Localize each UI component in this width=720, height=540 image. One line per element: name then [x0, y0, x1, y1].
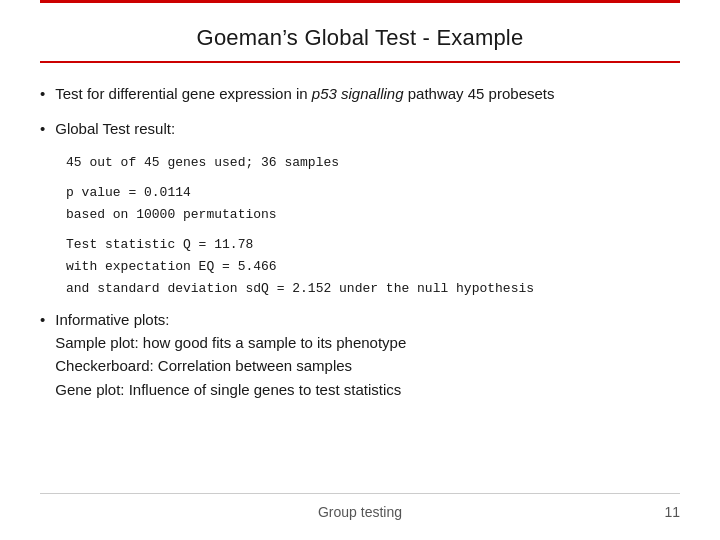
bullet3-header: Informative plots: — [55, 309, 406, 332]
bullet-icon-3: • — [40, 311, 45, 328]
code-line-7: with expectation EQ = 5.466 — [66, 256, 680, 278]
top-line — [40, 0, 680, 3]
bullet2-label: Global Test result: — [55, 118, 175, 141]
bullet1-italic: p53 signalling — [312, 85, 404, 102]
bullet3-line3: Gene plot: Influence of single genes to … — [55, 378, 406, 401]
bullet1-prefix: Test for differential gene expression in — [55, 85, 312, 102]
slide: Goeman’s Global Test - Example • Test fo… — [0, 0, 720, 540]
code-spacer-2 — [66, 226, 680, 234]
footer-page: 11 — [664, 504, 680, 520]
bullet-item-1: • Test for differential gene expression … — [40, 83, 680, 106]
slide-title: Goeman’s Global Test - Example — [197, 25, 524, 50]
bullet1-suffix: pathway 45 probesets — [404, 85, 555, 102]
bullet-icon-1: • — [40, 85, 45, 102]
bullet3-line1: Sample plot: how good fits a sample to i… — [55, 331, 406, 354]
bullet-text-1: Test for differential gene expression in… — [55, 83, 554, 106]
bullet3-lines: Sample plot: how good fits a sample to i… — [55, 331, 406, 401]
bullet-icon-2: • — [40, 120, 45, 137]
bullet3-content: Informative plots: Sample plot: how good… — [55, 309, 406, 401]
bullet-item-2: • Global Test result: — [40, 118, 680, 141]
code-line-1: 45 out of 45 genes used; 36 samples — [66, 152, 680, 174]
code-line-4: based on 10000 permutations — [66, 204, 680, 226]
code-block: 45 out of 45 genes used; 36 samples p va… — [66, 152, 680, 301]
slide-content: • Test for differential gene expression … — [40, 69, 680, 493]
code-line-6: Test statistic Q = 11.78 — [66, 234, 680, 256]
code-spacer-1 — [66, 174, 680, 182]
slide-footer: Group testing 11 — [40, 493, 680, 520]
bullet-item-3: • Informative plots: Sample plot: how go… — [40, 309, 680, 401]
footer-label: Group testing — [318, 504, 402, 520]
code-line-3: p value = 0.0114 — [66, 182, 680, 204]
slide-header: Goeman’s Global Test - Example — [40, 7, 680, 63]
bullet3-line2: Checkerboard: Correlation between sample… — [55, 354, 406, 377]
code-line-8: and standard deviation sdQ = 2.152 under… — [66, 278, 680, 300]
